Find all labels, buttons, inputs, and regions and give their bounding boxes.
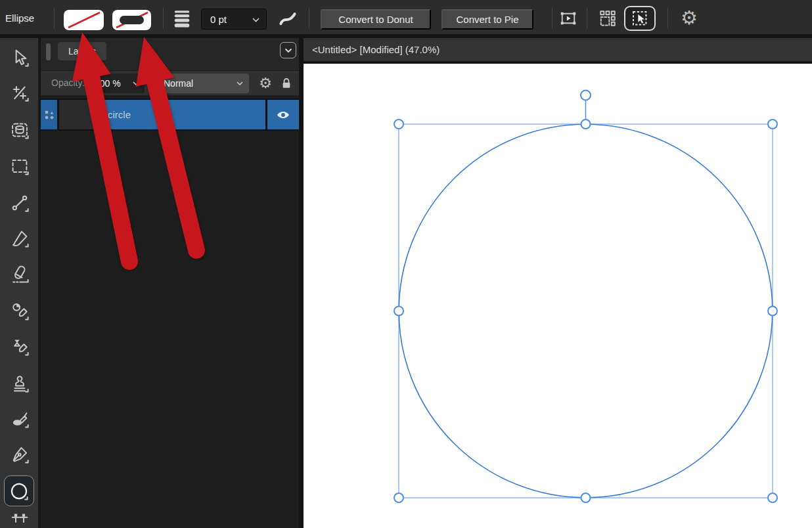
selection-handle[interactable]	[394, 120, 403, 129]
layer-options-row: Opacity: 100 % Normal ⚙	[41, 70, 299, 95]
blend-mode-value: Normal	[164, 78, 193, 89]
mesh-warp-tool-icon[interactable]	[5, 508, 34, 528]
toolbar-separator	[552, 8, 553, 28]
toolbar-separator	[667, 8, 668, 28]
opacity-label: Opacity:	[51, 77, 85, 88]
layer-name[interactable]: circle	[99, 100, 265, 129]
app-root: Ellipse 0 pt	[0, 0, 812, 528]
burn-brush-tool-icon[interactable]	[5, 332, 34, 361]
selection-handle[interactable]	[581, 120, 591, 129]
chevron-down-icon	[237, 81, 243, 86]
selection-handle[interactable]	[394, 307, 403, 316]
pen-tool-icon[interactable]	[5, 440, 34, 469]
marquee-tool-icon[interactable]	[5, 152, 34, 181]
opacity-dropdown[interactable]: 100 %	[88, 74, 145, 93]
snapping-grid-icon[interactable]	[595, 9, 620, 28]
document-tab[interactable]: <Untitled> [Modified] (47.0%)	[304, 38, 812, 62]
chevron-down-icon	[252, 18, 259, 22]
object-selection-tool-icon[interactable]	[5, 116, 34, 144]
layer-row[interactable]: circle	[41, 99, 299, 131]
lock-icon[interactable]	[279, 75, 294, 92]
selection-handle[interactable]	[768, 493, 777, 502]
ellipse-selection-graphic	[304, 64, 812, 528]
layer-thumbnail[interactable]	[59, 100, 97, 129]
fill-color-swatch[interactable]	[64, 10, 104, 30]
edit-selection-icon[interactable]	[624, 6, 656, 31]
toolbar-separator	[309, 8, 309, 28]
settings-gear-icon[interactable]: ⚙	[677, 8, 702, 28]
convert-to-pie-button[interactable]: Convert to Pie	[441, 9, 533, 30]
toolbar-separator	[587, 8, 587, 28]
canvas-viewport[interactable]	[304, 64, 812, 528]
stroke-width-dropdown[interactable]: 0 pt	[201, 9, 267, 30]
move-tool-icon[interactable]	[5, 43, 34, 72]
layers-panel-header: Layers	[41, 38, 299, 70]
dodge-brush-tool-icon[interactable]	[5, 297, 34, 326]
opacity-value: 100 %	[95, 78, 121, 89]
canvas-column: <Untitled> [Modified] (47.0%)	[304, 38, 812, 528]
stroke-color-swatch[interactable]	[112, 10, 151, 30]
tab-layers[interactable]: Layers	[58, 42, 106, 60]
stroke-ring-center	[120, 16, 144, 24]
context-toolbar: Ellipse 0 pt	[0, 0, 812, 36]
selection-handle[interactable]	[394, 493, 403, 502]
gradient-tool-icon[interactable]	[5, 188, 34, 217]
eye-icon	[275, 107, 291, 123]
layers-panel: Layers Opacity: 100 % Normal ⚙	[41, 38, 299, 528]
rotation-handle[interactable]	[581, 91, 591, 100]
paint-brush-tool-icon[interactable]	[5, 224, 34, 253]
stroke-width-icon[interactable]	[170, 9, 194, 28]
panel-collapse-button[interactable]	[280, 42, 296, 58]
selection-handle[interactable]	[768, 120, 777, 129]
erase-tool-icon[interactable]	[5, 259, 34, 288]
toolbar-separator	[163, 8, 164, 28]
layer-kind-icon	[41, 100, 57, 129]
selection-handle[interactable]	[768, 307, 777, 316]
blend-mode-dropdown[interactable]: Normal	[158, 74, 249, 93]
context-tool-label: Ellipse	[5, 0, 34, 36]
convert-to-donut-button[interactable]: Convert to Donut	[321, 9, 431, 30]
stroke-width-value: 0 pt	[210, 14, 227, 25]
selection-handle[interactable]	[581, 493, 591, 502]
tools-sidebar	[0, 38, 39, 528]
clone-stamp-tool-icon[interactable]	[5, 369, 34, 398]
layer-visibility-toggle[interactable]	[267, 100, 299, 129]
panel-grip[interactable]	[46, 43, 51, 60]
node-tool-icon[interactable]	[5, 78, 34, 107]
stroke-style-icon[interactable]	[273, 8, 302, 29]
chevron-down-icon	[284, 48, 292, 53]
ellipse-tool-icon[interactable]	[4, 475, 34, 506]
toolbar-separator	[54, 8, 55, 28]
no-fill-slash-icon	[64, 10, 104, 30]
chevron-down-icon	[133, 81, 139, 86]
selection-play-icon[interactable]	[556, 9, 581, 28]
healing-brush-tool-icon[interactable]	[5, 405, 34, 433]
layer-settings-gear-icon[interactable]: ⚙	[258, 73, 273, 94]
